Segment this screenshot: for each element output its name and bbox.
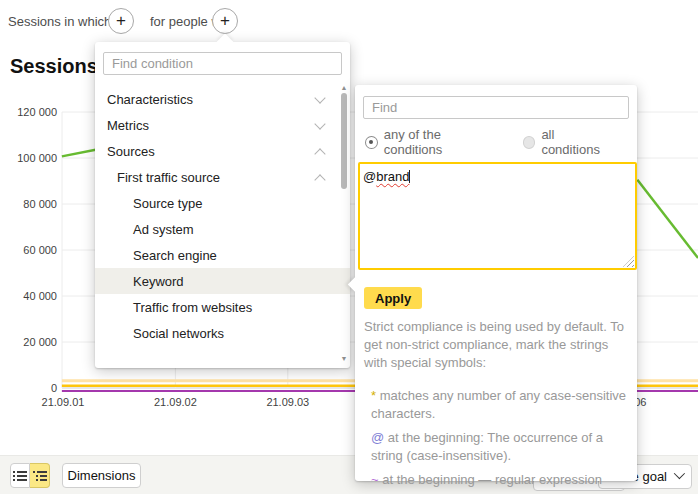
special-symbol: ~ — [371, 472, 379, 487]
help-item-text: at the beginning: The occurrence of a st… — [371, 430, 603, 463]
svg-text:21.09.01: 21.09.01 — [42, 396, 85, 408]
condition-item-label: Source type — [95, 196, 202, 211]
condition-item-sources[interactable]: Sources — [95, 138, 350, 164]
chevron-down-icon — [314, 92, 325, 103]
svg-text:0: 0 — [51, 382, 57, 394]
condition-item-label: First traffic source — [95, 170, 220, 185]
condition-item-first-traffic-source[interactable]: First traffic source — [95, 164, 350, 190]
condition-item-metrics[interactable]: Metrics — [95, 112, 350, 138]
radio-all-label[interactable]: all conditions — [541, 127, 615, 157]
condition-item-label: Keyword — [95, 274, 184, 289]
chevron-up-icon — [314, 174, 325, 185]
scrollbar-thumb[interactable] — [341, 93, 347, 189]
condition-item-keyword[interactable]: Keyword — [95, 268, 350, 294]
analytics-screen: Sessions in which + for people with + Se… — [0, 0, 698, 494]
green-sessions-line — [637, 180, 698, 258]
flat-list-icon — [13, 470, 27, 482]
conditions-mode-radios: any of the conditions all conditions — [365, 127, 637, 157]
popup-find-input[interactable] — [363, 96, 629, 119]
help-symbol-list: * matches any number of any case-sensiti… — [364, 387, 630, 494]
condition-item-label: Traffic from websites — [95, 300, 252, 315]
tree-list-view-button[interactable] — [30, 463, 50, 488]
condition-item-characteristics[interactable]: Characteristics — [95, 86, 350, 112]
scroll-up-icon[interactable]: ▲ — [340, 84, 348, 91]
condition-item-traffic-from-websites[interactable]: Traffic from websites — [95, 294, 350, 320]
keyword-values-textarea[interactable]: @brand — [358, 162, 637, 270]
view-toggle-group — [10, 463, 50, 488]
condition-item-source-type[interactable]: Source type — [95, 190, 350, 216]
svg-text:21.09.02: 21.09.02 — [154, 396, 197, 408]
chevron-down-icon — [314, 118, 325, 129]
textarea-at-prefix: @ — [363, 169, 376, 184]
condition-item-label: Search engine — [95, 248, 217, 263]
special-symbol: @ — [371, 430, 384, 445]
resize-grip-icon[interactable] — [623, 256, 634, 267]
condition-item-label: Characteristics — [95, 92, 193, 107]
svg-text:40 000: 40 000 — [23, 290, 57, 302]
keyword-condition-popup: any of the conditions all conditions @br… — [355, 85, 637, 481]
condition-item-label: Ad system — [95, 222, 194, 237]
tree-list-icon — [33, 470, 47, 482]
find-condition-input[interactable] — [103, 52, 342, 75]
condition-dropdown-panel: CharacteristicsMetricsSourcesFirst traff… — [95, 42, 350, 368]
svg-text:120 000: 120 000 — [17, 106, 57, 118]
help-intro: Strict compliance is being used by defau… — [364, 318, 630, 373]
radio-all-unselected[interactable] — [523, 136, 536, 149]
svg-text:60 000: 60 000 — [23, 244, 57, 256]
svg-text:21.09.03: 21.09.03 — [266, 396, 309, 408]
green-sessions-line — [62, 150, 96, 157]
condition-item-label: Social networks — [95, 326, 224, 341]
radio-any-label[interactable]: any of the conditions — [384, 127, 501, 157]
condition-item-social-networks[interactable]: Social networks — [95, 320, 350, 346]
help-item: @ at the beginning: The occurrence of a … — [371, 429, 630, 465]
svg-text:20 000: 20 000 — [23, 336, 57, 348]
radio-any-selected[interactable] — [365, 136, 378, 149]
svg-text:100 000: 100 000 — [17, 152, 57, 164]
dimensions-button[interactable]: Dimensions — [62, 463, 141, 488]
help-item-text: matches any number of any case-sensitive… — [371, 388, 626, 421]
scroll-down-icon[interactable]: ▼ — [340, 355, 348, 362]
help-item: * matches any number of any case-sensiti… — [371, 387, 630, 423]
condition-item-search-engine[interactable]: Search engine — [95, 242, 350, 268]
condition-item-label: Sources — [95, 144, 155, 159]
condition-list: CharacteristicsMetricsSourcesFirst traff… — [95, 86, 350, 346]
syntax-help-text: Strict compliance is being used by defau… — [364, 318, 630, 494]
svg-text:80 000: 80 000 — [23, 198, 57, 210]
textarea-word: brand — [376, 169, 409, 184]
panel-scrollbar[interactable]: ▲ ▼ — [340, 84, 348, 362]
chevron-up-icon — [314, 148, 325, 159]
help-item-text: at the beginning — regular expression mo… — [371, 472, 602, 494]
apply-button[interactable]: Apply — [364, 287, 422, 309]
text-caret — [409, 170, 410, 183]
flat-list-view-button[interactable] — [10, 463, 30, 488]
chevron-down-icon — [674, 468, 685, 479]
dimensions-button-label: Dimensions — [68, 468, 136, 483]
condition-item-ad-system[interactable]: Ad system — [95, 216, 350, 242]
condition-item-label: Metrics — [95, 118, 149, 133]
help-item: ~ at the beginning — regular expression … — [371, 471, 630, 494]
